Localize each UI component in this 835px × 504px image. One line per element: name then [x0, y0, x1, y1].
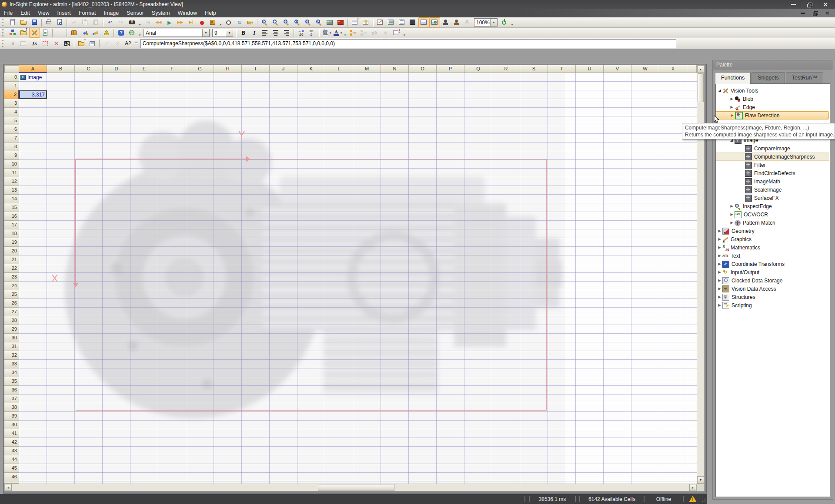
tree-item-edge[interactable]: ▶Edge: [716, 103, 829, 111]
job-setup-button[interactable]: [29, 28, 40, 38]
row-header-31[interactable]: 31: [4, 342, 19, 351]
mdi-close-icon[interactable]: ×: [825, 10, 830, 16]
expand-icon[interactable]: ▶: [717, 235, 722, 243]
align-right-button[interactable]: [281, 28, 292, 38]
row-header-22[interactable]: 22: [4, 264, 19, 273]
toolbar-overflow-button[interactable]: ▾: [402, 28, 407, 38]
warning-icon[interactable]: [685, 494, 700, 504]
row-header-0[interactable]: 0: [4, 73, 19, 82]
expand-icon[interactable]: ▶: [717, 285, 722, 293]
row-header-5[interactable]: 5: [4, 116, 19, 125]
expand-icon[interactable]: ▶: [717, 276, 722, 285]
new-job-button[interactable]: [7, 17, 18, 27]
scroll-up-icon[interactable]: ▲: [697, 66, 704, 73]
bold-button[interactable]: B: [238, 28, 249, 38]
zoom-out-button[interactable]: −: [270, 17, 281, 27]
row-header-3[interactable]: 3: [4, 99, 19, 108]
toolbar-overflow-button[interactable]: ▾: [137, 28, 142, 38]
print-preview-button[interactable]: [54, 17, 65, 27]
col-header-S[interactable]: S: [520, 65, 548, 73]
row-header-21[interactable]: 21: [4, 255, 19, 264]
insert-function-button[interactable]: [29, 39, 40, 49]
row-header-11[interactable]: 11: [4, 169, 19, 177]
row-header-39[interactable]: 39: [4, 412, 19, 421]
col-header-E[interactable]: E: [130, 65, 158, 73]
zoom-in-button[interactable]: +: [259, 17, 270, 27]
edit-points-button[interactable]: [51, 39, 62, 49]
menu-system[interactable]: System: [148, 9, 174, 17]
col-header-J[interactable]: J: [270, 65, 297, 73]
print-button[interactable]: [43, 17, 54, 27]
tree-item-pattern-match[interactable]: ▶Pattern Match: [716, 219, 829, 227]
view-image-button[interactable]: [386, 17, 397, 27]
col-header-W[interactable]: W: [631, 65, 659, 73]
toolbar-grab-handle[interactable]: [2, 29, 6, 36]
mdi-restore-icon[interactable]: [813, 11, 817, 15]
tree-item-vision-tools[interactable]: ◢Vision Tools: [716, 86, 829, 95]
menu-sensor[interactable]: Sensor: [123, 9, 148, 17]
expand-icon[interactable]: ▶: [717, 227, 722, 235]
row-header-4[interactable]: 4: [4, 108, 19, 116]
binary-toggle-button[interactable]: [62, 39, 73, 49]
row-header-44[interactable]: 44: [4, 455, 19, 464]
row-header-34[interactable]: 34: [4, 368, 19, 377]
decrease-decimal-button[interactable]: [296, 28, 307, 38]
row-header-33[interactable]: 33: [4, 360, 19, 368]
communications-button[interactable]: [101, 28, 112, 38]
scroll-left-icon[interactable]: ◄: [5, 484, 12, 491]
tree-item-clocked-data-storage[interactable]: ▶Clocked Data Storage: [716, 276, 829, 285]
toolbar-overflow-button[interactable]: ▾: [218, 18, 223, 27]
insert-column-button[interactable]: ⇧: [350, 17, 361, 27]
row-header-46[interactable]: 46: [4, 473, 19, 481]
row-header-36[interactable]: 36: [4, 386, 19, 395]
help-button[interactable]: [116, 28, 127, 38]
row-header-9[interactable]: 9: [4, 151, 19, 160]
live-video-button[interactable]: [223, 17, 234, 27]
col-header-M[interactable]: M: [353, 65, 381, 73]
tree-item-input-output[interactable]: ▶Input/Output: [716, 268, 829, 276]
col-header-A[interactable]: A: [19, 65, 47, 73]
find-button[interactable]: [127, 17, 137, 27]
font-family-combo-dropdown-icon[interactable]: ▼: [202, 29, 209, 36]
italic-button[interactable]: I: [249, 28, 260, 38]
tree-item-vision-data-access[interactable]: ▶Vision Data Access: [716, 285, 829, 293]
menu-help[interactable]: Help: [201, 9, 220, 17]
tree-item-surfacefx[interactable]: SurfaceFX: [716, 194, 829, 202]
load-from-sensor-button[interactable]: [80, 28, 90, 38]
row-header-26[interactable]: 26: [4, 299, 19, 308]
horizontal-scrollbar[interactable]: ◄ ►: [4, 484, 697, 491]
row-header-32[interactable]: 32: [4, 351, 19, 360]
user-setup-button[interactable]: [54, 28, 65, 38]
tab-snippets[interactable]: Snippets: [752, 72, 785, 84]
tree-item-findcircledefects[interactable]: FindCircleDefects: [716, 169, 829, 177]
expand-icon[interactable]: ▶: [729, 111, 735, 119]
expand-icon[interactable]: ▶: [717, 293, 722, 301]
row-header-41[interactable]: 41: [4, 429, 19, 438]
col-header-X[interactable]: X: [659, 65, 687, 73]
restore-icon[interactable]: [807, 3, 812, 7]
spreadsheet-grid[interactable]: Y X Image 3.317: [19, 73, 697, 484]
mdi-minimize-icon[interactable]: [801, 13, 805, 14]
zoom-region-button[interactable]: ▫: [281, 17, 292, 27]
row-header-16[interactable]: 16: [4, 212, 19, 221]
menu-format[interactable]: Format: [75, 9, 100, 17]
expand-icon[interactable]: ▶: [717, 268, 722, 276]
menu-view[interactable]: View: [34, 9, 53, 17]
insert-control-button[interactable]: [87, 39, 98, 49]
row-header-43[interactable]: 43: [4, 447, 19, 455]
row-header-35[interactable]: 35: [4, 377, 19, 386]
zoom-level-combo[interactable]: 100%▼: [474, 18, 498, 27]
horizontal-scroll-thumb[interactable]: [318, 484, 394, 491]
tree-item-inspectedge[interactable]: ▶InspectEdge: [716, 202, 829, 210]
row-header-42[interactable]: 42: [4, 438, 19, 447]
expand-icon[interactable]: ▶: [717, 252, 722, 260]
select-all-corner[interactable]: [4, 65, 19, 73]
col-header-F[interactable]: F: [158, 65, 186, 73]
toolbar-overflow-button[interactable]: ▾: [137, 18, 142, 27]
vertical-scroll-thumb[interactable]: [698, 73, 704, 102]
col-header-C[interactable]: C: [75, 65, 103, 73]
row-header-37[interactable]: 37: [4, 395, 19, 403]
online-user-button[interactable]: [440, 17, 451, 27]
col-header-Q[interactable]: Q: [464, 65, 492, 73]
formula-input[interactable]: [140, 39, 676, 48]
